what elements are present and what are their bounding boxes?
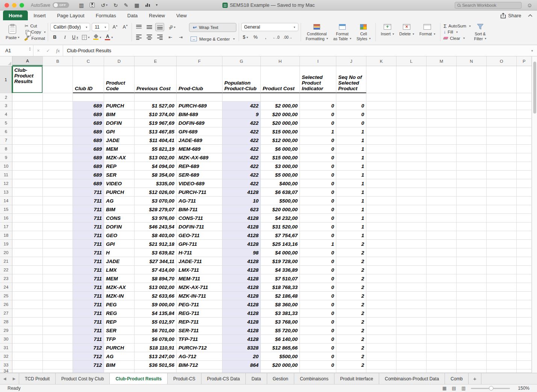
cell-product-code[interactable]: JADE xyxy=(104,136,135,145)
cell[interactable] xyxy=(396,222,427,231)
ribbon-tab-insert[interactable]: Insert xyxy=(28,11,51,20)
cell-previous-cost[interactable]: $8 894,70 xyxy=(135,274,177,283)
cell-product-cost[interactable]: $12 000,00 xyxy=(261,136,300,145)
cell-b[interactable] xyxy=(43,309,73,318)
cell-b[interactable] xyxy=(43,361,73,369)
cell[interactable] xyxy=(396,197,427,205)
cell[interactable] xyxy=(427,352,457,361)
cell-product-code[interactable]: VIDEO xyxy=(104,179,135,188)
cell-a[interactable] xyxy=(12,110,43,119)
cell[interactable] xyxy=(457,352,487,361)
cell[interactable] xyxy=(457,292,487,300)
sheet-tab-tcd-produit[interactable]: TCD Produit xyxy=(19,373,56,384)
cell-selected-indicator[interactable]: 0 xyxy=(300,214,336,222)
cell-selected-indicator[interactable]: 0 xyxy=(300,292,336,300)
collapse-ribbon-chevron[interactable] xyxy=(528,11,532,20)
cell-club-id[interactable]: 711 xyxy=(73,283,104,292)
column-header-e[interactable]: E xyxy=(135,56,177,66)
column-header-k[interactable]: K xyxy=(366,56,396,66)
cell[interactable] xyxy=(427,335,457,344)
cell-previous-cost[interactable]: $18 110,91 xyxy=(135,344,177,352)
cell-selected-indicator[interactable]: 0 xyxy=(300,205,336,214)
cell-previous-cost[interactable]: $7 414,00 xyxy=(135,266,177,274)
cell-selected-indicator[interactable]: 0 xyxy=(300,274,336,283)
cell[interactable] xyxy=(396,188,427,197)
align-center-button[interactable] xyxy=(145,33,154,41)
cell-previous-cost[interactable]: $11 404,41 xyxy=(135,136,177,145)
sheet-tab-combinaisons[interactable]: Combinaisons xyxy=(294,373,334,384)
cell-product-code[interactable]: AG xyxy=(104,352,135,361)
cell-prod-club[interactable]: BIM-689 xyxy=(177,110,222,119)
cell[interactable] xyxy=(487,274,517,283)
cell[interactable] xyxy=(366,119,396,127)
cell[interactable] xyxy=(517,214,532,222)
header-cell-h1[interactable]: Product Cost xyxy=(261,66,300,93)
cell[interactable] xyxy=(517,300,532,309)
cell[interactable] xyxy=(396,266,427,274)
cell-product-cost[interactable]: $400,00 xyxy=(261,179,300,188)
cell-prod-club[interactable]: SER-711 xyxy=(177,326,222,335)
cell-product-cost[interactable]: $8 360,00 xyxy=(261,300,300,309)
column-header-j[interactable]: J xyxy=(336,56,366,66)
row-number[interactable]: 34 xyxy=(0,369,12,373)
cell-product-code[interactable]: PURCH xyxy=(104,344,135,352)
cell[interactable] xyxy=(517,188,532,197)
cell[interactable] xyxy=(487,205,517,214)
cell-product-cost[interactable]: $7 510,07 xyxy=(261,274,300,283)
select-all-corner[interactable] xyxy=(0,56,12,66)
cell-club-id[interactable]: 689 xyxy=(73,110,104,119)
cell-prod-club[interactable]: CONS-711 xyxy=(177,214,222,222)
workbook-icon[interactable]: ▥ xyxy=(79,3,84,8)
cell-g2[interactable] xyxy=(222,93,261,101)
cell-population[interactable]: 422 xyxy=(222,171,261,179)
cell-selected-indicator[interactable]: 0 xyxy=(300,309,336,318)
cell-previous-cost[interactable]: $335,00 xyxy=(135,179,177,188)
vertical-scrollbar[interactable] xyxy=(532,56,537,373)
cancel-entry-icon[interactable]: × xyxy=(33,48,43,53)
cell-club-id[interactable]: 711 xyxy=(73,266,104,274)
cell-k2[interactable] xyxy=(366,93,396,101)
cell-prod-club[interactable]: PURCH-689 xyxy=(177,101,222,110)
cell-population[interactable]: 422 xyxy=(222,119,261,127)
cell-a[interactable] xyxy=(12,179,43,188)
cell-product-cost[interactable]: $500,00 xyxy=(261,197,300,205)
cell-population[interactable]: 4128 xyxy=(222,274,261,283)
cell[interactable] xyxy=(517,361,532,369)
ribbon-tab-review[interactable]: Review xyxy=(143,11,171,20)
cell[interactable] xyxy=(457,171,487,179)
cell-b[interactable] xyxy=(43,231,73,240)
cell[interactable] xyxy=(366,171,396,179)
cell[interactable] xyxy=(487,127,517,136)
cell[interactable] xyxy=(104,369,135,373)
row-number[interactable]: 7 xyxy=(0,136,12,145)
cell-club-id[interactable]: 689 xyxy=(73,101,104,110)
cell[interactable] xyxy=(396,300,427,309)
increase-indent-button[interactable]: ⇥ xyxy=(176,33,185,41)
cell-seq-no[interactable]: 2 xyxy=(336,309,366,318)
cell-a[interactable] xyxy=(12,344,43,352)
cell-prod-club[interactable]: REP-689 xyxy=(177,162,222,171)
cell-product-code[interactable]: PEG xyxy=(104,300,135,309)
sheet-tab-comb[interactable]: Comb xyxy=(445,373,469,384)
cell[interactable] xyxy=(427,205,457,214)
cell-club-id[interactable]: 689 xyxy=(73,162,104,171)
cell[interactable] xyxy=(457,214,487,222)
sheet-nav-left[interactable]: ◀ xyxy=(0,373,9,384)
cell-a[interactable] xyxy=(12,283,43,292)
cell[interactable] xyxy=(427,153,457,162)
cell-population[interactable]: 422 xyxy=(222,179,261,188)
header-cell-a1[interactable]: Club-Product Results xyxy=(12,66,43,93)
cell-n2[interactable] xyxy=(457,93,487,101)
row-number[interactable]: 9 xyxy=(0,153,12,162)
cell-seq-no[interactable]: 2 xyxy=(336,344,366,352)
cell[interactable] xyxy=(457,274,487,283)
cell-club-id[interactable]: 711 xyxy=(73,222,104,231)
header-cell-j1[interactable]: Seq No of Selected Product xyxy=(336,66,366,93)
sort-filter-button[interactable]: Sort &Filter▾ xyxy=(472,22,489,42)
cell[interactable] xyxy=(427,318,457,326)
cell-selected-indicator[interactable]: 0 xyxy=(300,361,336,369)
cell-product-code[interactable]: SER xyxy=(104,171,135,179)
cell-a[interactable] xyxy=(12,101,43,110)
cell-club-id[interactable]: 711 xyxy=(73,214,104,222)
search-workbook-box[interactable]: Search Workbook xyxy=(455,2,522,9)
